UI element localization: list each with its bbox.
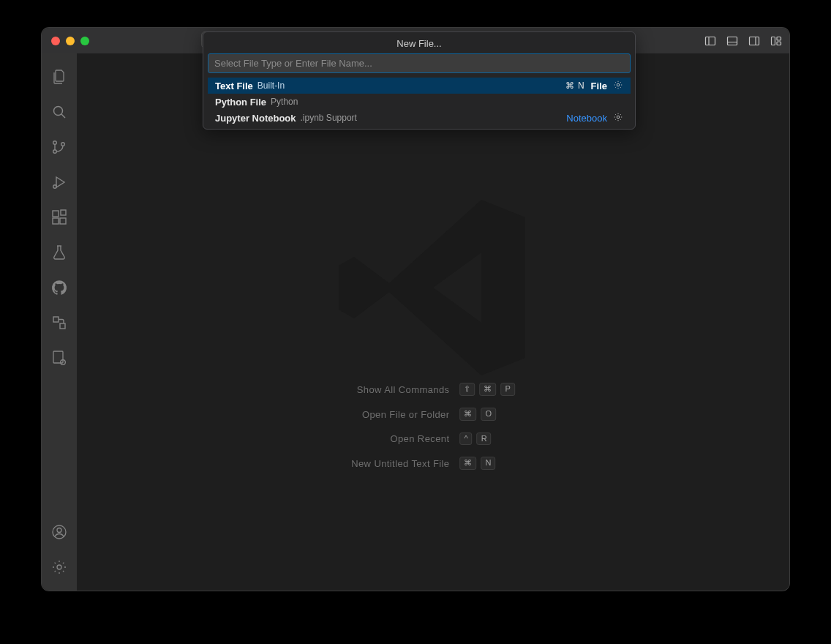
svg-rect-8	[777, 42, 781, 45]
quick-item-text-file[interactable]: Text File Built-In ⌘ N File	[208, 78, 631, 94]
customize-layout-icon[interactable]	[770, 35, 782, 47]
svg-rect-4	[750, 37, 759, 45]
quick-item-category: File	[591, 80, 607, 91]
key: ^	[459, 433, 472, 445]
vscode-logo-icon	[323, 178, 543, 400]
svg-rect-7	[777, 37, 781, 40]
editor-area: Show All Commands ⇧ ⌘ P Open File or Fol…	[77, 53, 789, 591]
hint-open-file-keys: ⌘ O	[459, 408, 514, 421]
quick-input-palette: New File... Text File Built-In ⌘ N File …	[203, 31, 636, 130]
key: ⇧	[459, 383, 475, 396]
extensions-icon[interactable]	[42, 200, 77, 235]
run-debug-icon[interactable]	[42, 165, 77, 200]
quick-input-text[interactable]	[208, 54, 630, 72]
quick-item-detail: Built-In	[257, 80, 285, 91]
svg-rect-15	[53, 211, 59, 217]
svg-point-27	[617, 116, 620, 119]
quick-item-jupyter-notebook[interactable]: Jupyter Notebook .ipynb Support Notebook	[208, 110, 631, 126]
quick-item-name: Python File	[215, 97, 266, 108]
hint-open-recent-keys: ^ R	[459, 433, 514, 445]
quick-item-name: Text File	[215, 80, 253, 91]
svg-point-11	[53, 141, 57, 145]
svg-rect-18	[61, 210, 66, 215]
settings-profile-icon[interactable]	[42, 340, 77, 375]
search-icon[interactable]	[42, 94, 77, 130]
key: O	[481, 408, 496, 421]
gear-icon[interactable]	[613, 80, 623, 92]
quick-input-list: Text File Built-In ⌘ N File Python File …	[208, 78, 631, 126]
hint-open-file: Open File or Folder	[351, 409, 449, 420]
quick-item-shortcut: ⌘ N	[565, 80, 585, 91]
quick-item-name: Jupyter Notebook	[215, 113, 296, 124]
svg-rect-0	[706, 37, 715, 45]
svg-point-26	[617, 83, 620, 86]
hint-open-recent: Open Recent	[351, 433, 449, 444]
key: N	[481, 457, 495, 470]
quick-item-detail: .ipynb Support	[301, 113, 357, 123]
hint-new-file: New Untitled Text File	[351, 458, 449, 469]
gear-icon[interactable]	[613, 112, 623, 124]
svg-point-13	[61, 143, 65, 146]
activity-bar	[42, 53, 77, 591]
svg-point-25	[57, 565, 61, 569]
quick-item-category: Notebook	[566, 113, 607, 124]
source-control-icon[interactable]	[42, 130, 77, 165]
window-maximize-button[interactable]	[80, 37, 89, 45]
app-window: New File...	[42, 28, 789, 591]
svg-line-10	[61, 114, 65, 118]
quick-input-field[interactable]	[208, 53, 631, 73]
window-close-button[interactable]	[51, 37, 60, 45]
toggle-panel-icon[interactable]	[726, 35, 738, 47]
hint-new-file-keys: ⌘ N	[459, 457, 514, 470]
svg-rect-6	[772, 37, 775, 45]
key: ⌘	[479, 383, 496, 396]
quick-item-detail: Python	[271, 97, 298, 107]
traffic-lights	[51, 37, 89, 45]
key: ⌘	[459, 457, 476, 470]
main-area: Show All Commands ⇧ ⌘ P Open File or Fol…	[42, 53, 789, 591]
hint-show-commands: Show All Commands	[351, 384, 449, 395]
toggle-primary-sidebar-icon[interactable]	[704, 35, 716, 47]
svg-point-14	[53, 185, 56, 188]
svg-rect-19	[53, 317, 59, 322]
explorer-icon[interactable]	[42, 59, 77, 94]
svg-rect-16	[53, 218, 59, 224]
account-icon[interactable]	[42, 514, 77, 550]
references-icon[interactable]	[42, 305, 77, 340]
svg-point-12	[53, 150, 57, 154]
svg-point-9	[54, 107, 63, 116]
svg-rect-21	[53, 351, 63, 363]
github-icon[interactable]	[42, 270, 77, 305]
hint-show-commands-keys: ⇧ ⌘ P	[459, 383, 514, 396]
manage-gear-icon[interactable]	[42, 550, 77, 585]
svg-point-24	[57, 528, 61, 533]
quick-input-title: New File...	[208, 37, 631, 53]
window-minimize-button[interactable]	[66, 37, 75, 45]
svg-rect-2	[728, 37, 737, 45]
key: ⌘	[459, 408, 476, 421]
key: P	[500, 383, 514, 396]
key: R	[477, 433, 492, 445]
svg-rect-20	[60, 323, 65, 329]
quick-item-python-file[interactable]: Python File Python	[208, 94, 631, 110]
testing-icon[interactable]	[42, 235, 77, 270]
layout-controls	[704, 35, 782, 47]
toggle-secondary-sidebar-icon[interactable]	[748, 35, 760, 47]
svg-rect-17	[60, 218, 66, 224]
watermark-hints: Show All Commands ⇧ ⌘ P Open File or Fol…	[351, 383, 515, 470]
